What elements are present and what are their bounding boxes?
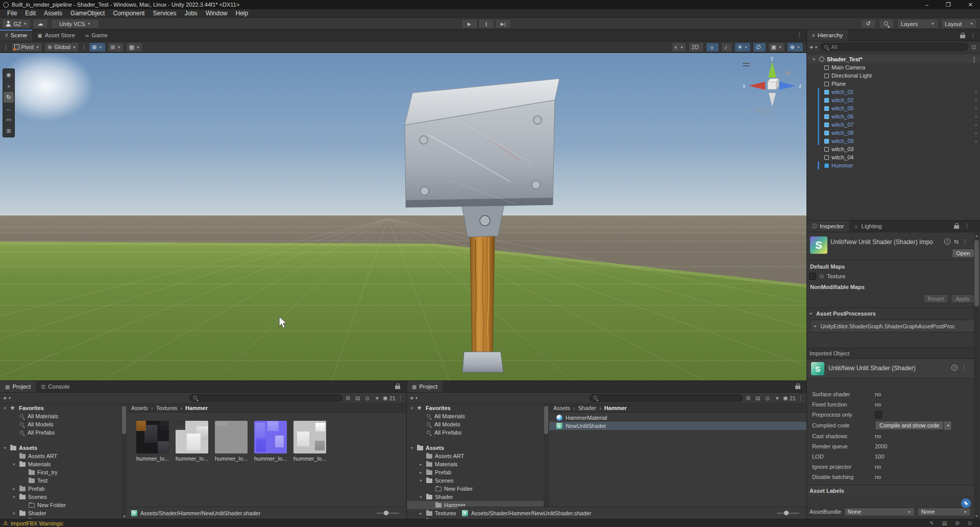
scene-view-button[interactable]: ▣ ▼ [768,42,785,52]
postprocessors-header[interactable]: ▼ Asset PostProcessors [808,310,876,317]
tree-item[interactable]: All Materials [0,412,121,420]
tree-item[interactable]: Favorites [0,404,121,412]
play-control-button[interactable]: ▶ [461,19,477,29]
foldout-icon[interactable] [2,406,8,411]
status-icon[interactable]: ⊙ [968,520,972,526]
hidden-count[interactable]: ◉21 [383,395,396,401]
undo-history-button[interactable]: ↺ [861,19,876,29]
window-control-button[interactable]: ✕ [968,2,973,8]
revert-button[interactable]: Revert [923,294,948,303]
kebab-icon[interactable]: ⋮ [962,238,968,245]
foldout-icon[interactable] [418,470,424,475]
tree-scrollbar[interactable]: ▼ [121,404,127,519]
expand-arrow-icon[interactable]: › [975,130,977,136]
view-tab[interactable]: # Scene [0,30,32,41]
window-control-button[interactable]: – [925,2,928,8]
foldout-icon[interactable] [11,511,17,516]
kebab-icon[interactable]: ⋮ [398,395,403,401]
menu-item[interactable]: Component [109,10,149,17]
tree-item[interactable]: All Materials [407,412,544,420]
breadcrumb-item[interactable]: Assets [553,405,570,411]
foldout-icon[interactable] [418,462,424,467]
window-pop-icon[interactable]: ⊡ [970,44,977,50]
thumbnail-size-slider[interactable] [377,513,399,514]
tree-scrollbar[interactable]: ▼ [544,404,549,519]
scene-view-button[interactable]: ∅ [753,42,766,52]
filter-type-icon[interactable]: ◎ [764,395,771,401]
hierarchy-item[interactable]: Directional Light › [807,71,980,80]
hierarchy-item[interactable]: witch_02 › [807,96,980,104]
scene-tool-button[interactable]: ↔ [4,103,14,114]
tree-item[interactable]: All Prefabs [0,428,121,437]
breadcrumb-item[interactable]: Hammer [596,405,627,411]
tree-item[interactable]: Materials [0,460,121,468]
packages-icon[interactable]: ▤ [354,395,361,401]
tree-item[interactable]: Shader [407,493,544,501]
add-object-button[interactable]: +▼ [810,43,818,51]
inspector-scrollbar[interactable]: ▲ ▼ [974,233,979,519]
tree-item[interactable]: New Folder [407,485,544,493]
tree-item[interactable]: Favorites [407,404,544,412]
cloud-button[interactable]: ☁ [33,19,48,29]
menu-item[interactable]: Jobs [180,10,201,17]
property-value[interactable]: Compile and show code [875,421,944,430]
tree-item[interactable]: Scenes [407,476,544,485]
scene-header-row[interactable]: ▼ Shader_Test* ⋮ [807,55,980,63]
tree-item[interactable]: All Prefabs [407,428,544,437]
play-control-button[interactable]: ▶| [495,19,511,29]
breadcrumb-item[interactable]: Shader [570,405,596,411]
scene-tool-button[interactable]: ↻ [4,92,14,103]
property-value[interactable] [875,411,882,418]
tree-item[interactable]: All Models [0,420,121,428]
inspector-tab[interactable]: ⓘ Inspector [807,221,849,232]
import-warning[interactable]: ⚠ ImportFBX Warnings: [3,520,64,526]
lock-icon[interactable] [954,225,959,229]
filter-type-icon[interactable]: ◎ [363,395,371,401]
layers-dropdown[interactable]: Layers▼ [897,19,938,29]
hierarchy-item[interactable]: witch_09 › [807,137,980,145]
scene-viewport[interactable]: ◉+↻↔▭⊞ y x z < Persp [0,53,806,380]
menu-item[interactable]: File [3,10,21,17]
tree-item[interactable]: Scenes [0,493,121,501]
snap-button[interactable]: ⊞ ▼ [108,42,124,52]
kebab-icon[interactable]: ⋮ [961,365,967,371]
hierarchy-item[interactable]: witch_08 › [807,129,980,137]
foldout-icon[interactable] [409,446,414,450]
project-content-area[interactable]: AssetsTexturesHammer hummer_lo... hummer… [127,404,406,507]
panel-tab[interactable]: ▦ Project [407,381,443,392]
kebab-icon[interactable]: ⋮ [798,395,803,401]
status-icon[interactable]: ▤ [942,520,947,526]
create-asset-button[interactable]: +▼ [410,394,419,402]
lock-icon[interactable] [960,35,965,38]
breadcrumb-item[interactable]: Textures [148,405,177,411]
hierarchy-item[interactable]: Plane › [807,80,980,88]
unity-vcs-dropdown[interactable]: Unity VCS ▼ [51,19,99,29]
hidden-count[interactable]: ◉21 [783,395,796,401]
orientation-gizmo[interactable]: y x z [740,54,805,110]
status-icon[interactable]: ✎ [929,520,934,526]
menu-item[interactable]: Edit [21,10,40,17]
asset-labels-header[interactable]: Asset Labels [807,485,975,496]
chevron-down-icon[interactable]: ▼ [944,421,952,430]
favorite-filter-icon[interactable]: ★ [773,395,781,401]
apply-button[interactable]: Apply [951,294,974,303]
global-search-button[interactable] [879,19,894,29]
texture-checkbox[interactable] [809,273,816,280]
expand-arrow-icon[interactable]: › [975,89,977,95]
menu-item[interactable]: GameObject [66,10,109,17]
scene-view-button[interactable]: ⊕ ▼ [787,42,803,52]
property-value[interactable]: no [875,464,881,470]
expand-arrow-icon[interactable]: › [975,138,977,144]
foldout-icon[interactable] [2,446,8,450]
account-button[interactable]: GZ ▼ [2,19,31,29]
property-value[interactable]: no [875,401,881,408]
window-control-button[interactable]: ❒ [946,2,951,8]
foldout-icon[interactable] [11,495,17,499]
foldout-icon[interactable] [418,478,424,483]
hierarchy-item[interactable]: Hummer › [807,161,980,170]
tree-item[interactable]: Test [0,476,121,485]
kebab-icon[interactable]: ⋮ [964,223,970,229]
scene-view-button[interactable]: ♪ [721,42,732,52]
expand-arrow-icon[interactable]: › [975,113,977,119]
tab-hierarchy[interactable]: ≡ Hierarchy [807,30,848,41]
